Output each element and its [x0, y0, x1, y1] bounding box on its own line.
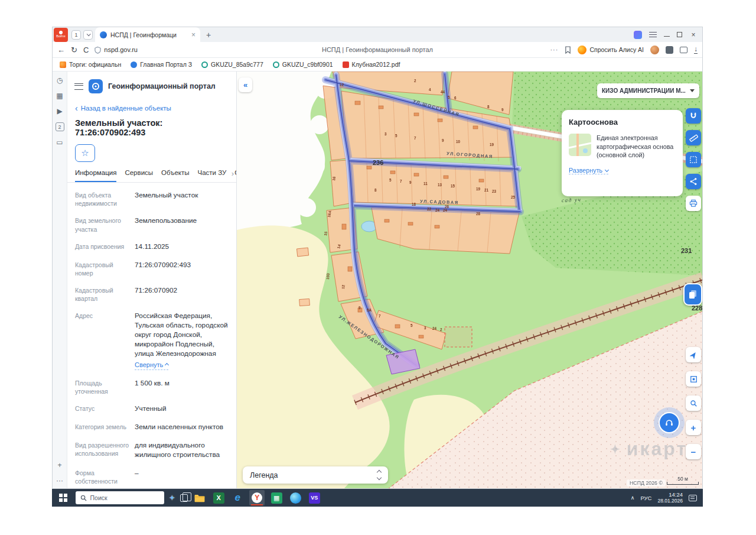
add-panel-icon[interactable]: + [57, 461, 61, 469]
tab-close-icon[interactable]: × [191, 31, 195, 39]
yandex-browser-icon[interactable]: Y [249, 490, 265, 505]
field-row: Вид земельного участкаЗемлепользование [75, 216, 229, 233]
address-collapse-link[interactable]: Свернуть [135, 361, 168, 370]
parcel-label: 26 [445, 205, 449, 209]
collections-icon[interactable]: ▦ [56, 92, 63, 100]
bookmark-item[interactable]: GKUZU_c9bf0901 [273, 61, 333, 68]
search-icon [80, 495, 87, 501]
parcel-label: 9 [409, 180, 412, 184]
parcel-label: 5 [448, 95, 450, 99]
reload-icon[interactable]: C [83, 46, 89, 54]
tabs-scroll-icon[interactable]: › [232, 169, 234, 178]
browser-profile-button[interactable]: Войти [54, 28, 68, 42]
scale-label: 50 м [667, 476, 699, 482]
tab-counter[interactable]: 1 [71, 30, 81, 40]
url-field[interactable]: nspd.gov.ru [94, 46, 138, 54]
zoom-box-button[interactable] [686, 395, 701, 411]
clock-date: 28.01.2026 [657, 498, 683, 504]
field-row: Дата присвоения14.11.2025 [75, 242, 229, 252]
map-viewport[interactable]: УЛ.ШОССЕЙНАЯУЛ.ОГОРОДНАЯУЛ.САДОВАЯУЛ.ЖЕЛ… [237, 72, 702, 488]
object-fields: Вид объекта недвижимостиЗемельный участо… [67, 183, 236, 488]
file-explorer-icon[interactable] [193, 490, 207, 505]
extent-button[interactable] [686, 371, 701, 387]
bookmark-favicon [131, 61, 137, 68]
back-icon[interactable]: ← [57, 46, 65, 54]
chevron-left-icon: ‹ [75, 104, 78, 112]
found-objects-button[interactable] [683, 283, 702, 306]
bookmark-item[interactable]: Главная Портал З [131, 61, 192, 68]
taskbar-clock[interactable]: 14:24 28.01.2026 [657, 492, 683, 504]
internet-explorer-icon[interactable]: e [230, 490, 245, 505]
bookmark-item[interactable]: Клубная2012.pdf [343, 61, 400, 68]
tab-services[interactable]: Сервисы [125, 169, 153, 182]
parcel-label: 11 [423, 181, 428, 186]
tab-groups-icon[interactable]: 2 [56, 122, 64, 131]
tab-information[interactable]: Информация [75, 169, 116, 182]
close-button[interactable]: × [689, 31, 698, 39]
tab-list-button[interactable] [83, 30, 93, 40]
bookmark-icon[interactable] [565, 46, 571, 54]
menu-icon[interactable] [74, 83, 83, 90]
parcel-label: 3 [424, 326, 426, 330]
restore-button[interactable] [677, 32, 682, 37]
select-area-button[interactable] [686, 152, 701, 167]
tab-objects[interactable]: Объекты [161, 169, 189, 182]
tab-parts[interactable]: Части ЗУ [198, 169, 227, 182]
zoom-in-button[interactable]: + [686, 420, 701, 435]
messenger-icon[interactable] [634, 31, 642, 39]
task-view-icon[interactable] [180, 494, 188, 502]
legend-bar[interactable]: Легенда [243, 466, 388, 484]
taskbar-search[interactable]: Поиск [76, 491, 164, 504]
field-row: Вид объекта недвижимостиЗемельный участо… [75, 191, 229, 207]
edge-icon[interactable] [288, 490, 302, 505]
assistant-button[interactable] [654, 407, 685, 438]
magnifier-icon [690, 400, 698, 407]
parcel-label: 25 [511, 195, 516, 199]
ruler-icon [689, 134, 698, 142]
visual-studio-icon[interactable]: VS [307, 490, 321, 505]
zoom-out-button[interactable]: − [686, 444, 701, 459]
basemap-expand-link[interactable]: Развернуть [569, 167, 608, 174]
parcel-label: 9А [367, 308, 372, 312]
start-button[interactable] [59, 494, 67, 502]
print-button[interactable] [686, 196, 701, 211]
nspd-logo [89, 79, 103, 93]
parcel-label: 7 [414, 136, 416, 140]
dashed-square-icon [689, 155, 698, 164]
bookmark-item[interactable]: GKUZU_85a9c777 [201, 61, 263, 68]
browser-tab[interactable]: НСПД | Геоинформаци × [95, 27, 200, 42]
devices-icon[interactable]: ▭ [56, 138, 63, 147]
downloads-icon[interactable]: ↓ [694, 46, 698, 54]
locate-button[interactable] [686, 347, 701, 362]
alice-button[interactable]: Спросить Алису AI [578, 46, 644, 54]
excel-icon[interactable]: X [211, 490, 226, 505]
minimize-button[interactable] [664, 36, 670, 37]
history-icon[interactable]: ◷ [57, 76, 63, 85]
notifications-icon[interactable] [689, 495, 697, 501]
parcel-label: 3 [384, 132, 387, 136]
side-panel-icon[interactable] [680, 47, 687, 53]
panel-collapse-button[interactable]: « [239, 77, 252, 92]
language-indicator[interactable]: РУС [640, 495, 651, 501]
rail-more-icon[interactable]: ··· [56, 476, 63, 485]
sync-icon[interactable]: ↻ [71, 46, 77, 54]
extensions-icon[interactable] [666, 46, 673, 54]
avatar[interactable] [650, 46, 659, 54]
copilot-icon[interactable]: ✦ [169, 493, 176, 502]
video-icon[interactable]: ▶ [57, 107, 62, 115]
tray-chevron-icon[interactable]: ∧ [631, 495, 635, 501]
share-button[interactable] [686, 174, 701, 189]
portal-title: Геоинформационный портал [108, 82, 216, 90]
sheets-icon[interactable]: ▦ [269, 490, 284, 505]
layer-select-dropdown[interactable]: КИЗО АДМИНИСТРАЦИИ М... [597, 83, 699, 98]
favorite-button[interactable]: ☆ [75, 144, 95, 162]
measure-button[interactable] [686, 130, 701, 145]
more-icon[interactable]: ··· [550, 46, 558, 53]
magnet-tool-button[interactable] [686, 108, 701, 124]
new-tab-button[interactable]: + [203, 30, 214, 40]
bookmark-item[interactable]: Торги: официальн [60, 61, 121, 68]
browser-menu-icon[interactable] [649, 32, 657, 37]
basemap-layer-name: Единая электронная картографическая осно… [597, 134, 676, 160]
back-to-results-link[interactable]: ‹ Назад в найденные объекты [67, 99, 236, 116]
field-row: Категория земельЗемли населенных пунктов [75, 423, 229, 432]
